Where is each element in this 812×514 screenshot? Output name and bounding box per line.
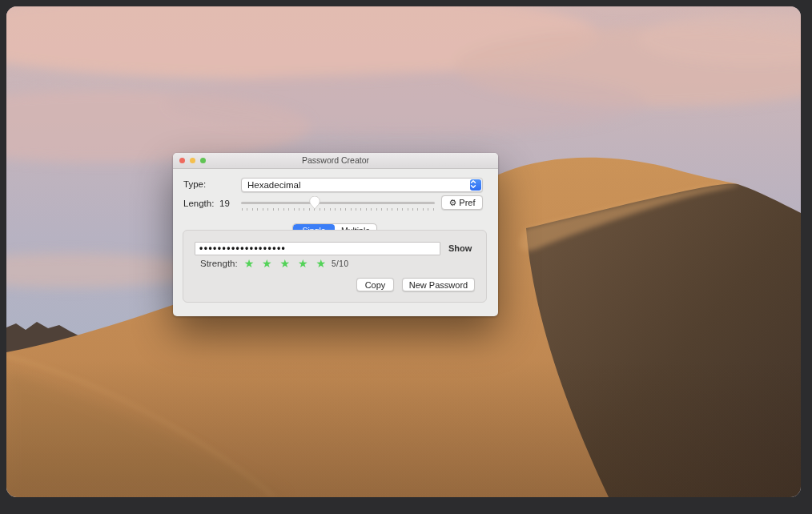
slider-track[interactable] — [241, 202, 435, 204]
show-button[interactable]: Show — [448, 243, 472, 253]
star-icons: ★ ★ ★ ★ ★ — [244, 258, 328, 269]
strength-label: Strength: — [200, 259, 238, 268]
bottom-vignette — [6, 359, 801, 497]
strength-row: Strength: ★ ★ ★ ★ ★ 5/10 — [200, 258, 348, 269]
desktop: Password Creator Type: Hexadecimal Lengt… — [6, 6, 801, 497]
slider-ticks — [242, 208, 434, 211]
slider-thumb-icon[interactable] — [309, 196, 320, 210]
length-slider[interactable] — [241, 195, 435, 213]
zoom-icon[interactable] — [200, 158, 206, 163]
strength-score: 5/10 — [332, 259, 348, 268]
password-creator-window: Password Creator Type: Hexadecimal Lengt… — [173, 153, 498, 316]
close-icon[interactable] — [179, 158, 185, 163]
length-value: 19 — [219, 199, 230, 208]
copy-button[interactable]: Copy — [356, 278, 394, 291]
traffic-lights — [179, 158, 206, 163]
new-password-button[interactable]: New Password — [402, 278, 475, 291]
type-dropdown-value: Hexadecimal — [247, 179, 300, 191]
chevron-up-down-icon[interactable] — [470, 179, 481, 191]
titlebar[interactable]: Password Creator — [173, 153, 498, 169]
type-label: Type: — [183, 179, 206, 189]
password-field[interactable]: ••••••••••••••••••• — [195, 242, 440, 255]
length-label: Length: — [183, 199, 214, 208]
pref-button[interactable]: ⚙ Pref — [441, 195, 483, 210]
window-title: Password Creator — [173, 153, 498, 168]
type-dropdown[interactable]: Hexadecimal — [241, 178, 483, 192]
gear-icon: ⚙ — [448, 199, 456, 207]
pref-button-label: Pref — [459, 198, 475, 207]
minimize-icon[interactable] — [190, 158, 195, 163]
